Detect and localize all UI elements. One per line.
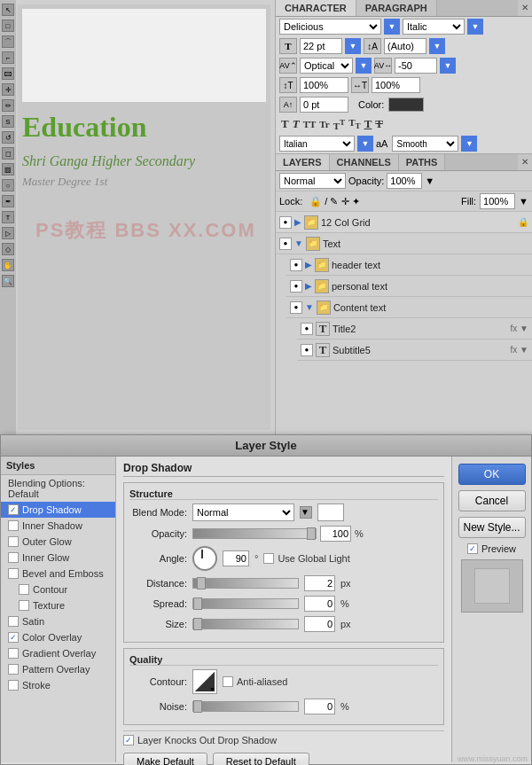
layer-item-subtitle5[interactable]: ● T Subtitle5 fx ▼ — [297, 340, 532, 361]
tool-hand[interactable]: ✋ — [2, 259, 14, 271]
layer-fx-subtitle5[interactable]: fx ▼ — [511, 345, 528, 355]
font-name-select[interactable]: Delicious — [279, 19, 381, 35]
outer-glow-item[interactable]: Outer Glow — [1, 534, 115, 550]
language-dropdown-icon[interactable]: ▼ — [357, 136, 373, 152]
tab-character[interactable]: CHARACTER — [276, 0, 356, 16]
opacity-input[interactable] — [387, 173, 422, 189]
pattern-overlay-checkbox[interactable] — [8, 664, 19, 675]
new-style-button[interactable]: New Style... — [458, 517, 526, 538]
smooth-select[interactable]: Smooth — [392, 136, 458, 152]
distance-slider[interactable] — [192, 578, 299, 589]
noise-input[interactable] — [304, 699, 335, 714]
smallcaps-icon[interactable]: Tr — [319, 119, 329, 129]
bold-icon[interactable]: T — [281, 117, 289, 131]
bevel-emboss-item[interactable]: Bevel and Emboss — [1, 566, 115, 582]
contour-checkbox[interactable] — [19, 584, 29, 595]
gradient-overlay-checkbox[interactable] — [8, 648, 19, 659]
pattern-overlay-item[interactable]: Pattern Overlay — [1, 661, 115, 677]
blend-color-box[interactable] — [317, 503, 344, 521]
tool-stamp[interactable]: S — [2, 115, 14, 128]
tool-move[interactable]: ↖ — [2, 4, 14, 16]
ok-button[interactable]: OK — [458, 464, 526, 485]
tool-history[interactable]: ↺ — [2, 131, 14, 144]
layer-knocks-checkbox[interactable] — [123, 735, 134, 745]
fill-dropdown[interactable]: ▼ — [519, 196, 528, 207]
allcaps-icon[interactable]: TT — [303, 119, 317, 129]
cancel-button[interactable]: Cancel — [458, 490, 526, 511]
reset-default-button[interactable]: Reset to Default — [213, 753, 309, 765]
layer-expand-content[interactable]: ▼ — [305, 302, 314, 312]
blend-mode-select[interactable]: Normal — [279, 173, 346, 189]
baseline-input[interactable] — [300, 97, 348, 113]
tool-heal[interactable]: ✛ — [2, 83, 14, 96]
layers-close-icon[interactable]: ✕ — [518, 154, 532, 170]
bevel-emboss-checkbox[interactable] — [8, 568, 19, 579]
tool-path[interactable]: ▷ — [2, 227, 14, 239]
tool-brush[interactable]: ✏ — [2, 99, 14, 112]
tab-layers[interactable]: LAYERS — [276, 154, 330, 170]
smooth-dropdown-icon[interactable]: ▼ — [461, 136, 477, 152]
fill-input[interactable] — [480, 193, 515, 209]
layer-item-text[interactable]: ● ▼ 📁 Text — [276, 233, 532, 254]
spread-input[interactable] — [304, 596, 335, 612]
layer-eye-grid[interactable]: ● — [279, 216, 292, 229]
layer-eye-content[interactable]: ● — [290, 301, 302, 314]
global-light-checkbox[interactable] — [263, 553, 274, 564]
scale-v-input[interactable] — [300, 77, 348, 93]
layer-item-title2[interactable]: ● T Title2 fx ▼ — [297, 318, 532, 340]
leading-input[interactable] — [384, 38, 426, 54]
italic-icon[interactable]: T — [293, 117, 300, 131]
inner-shadow-checkbox[interactable] — [8, 520, 19, 531]
layer-item-grid[interactable]: ● ▶ 📁 12 Col Grid 🔒 — [276, 212, 532, 233]
opacity-dropdown[interactable]: ▼ — [425, 176, 434, 186]
inner-glow-item[interactable]: Inner Glow — [1, 550, 115, 566]
underline-icon[interactable]: T — [364, 117, 372, 131]
color-overlay-checkbox[interactable] — [8, 632, 19, 643]
blend-mode-select-dialog[interactable]: Normal — [192, 503, 294, 521]
inner-glow-checkbox[interactable] — [8, 552, 19, 563]
layer-expand-grid[interactable]: ▶ — [294, 217, 301, 227]
spread-slider[interactable] — [192, 598, 299, 609]
font-size-dropdown-icon[interactable]: ▼ — [345, 38, 361, 54]
superscript-icon[interactable]: TT — [333, 118, 345, 131]
tool-shape[interactable]: ◇ — [2, 243, 14, 255]
layer-fx-title2[interactable]: fx ▼ — [511, 324, 528, 333]
blending-options-item[interactable]: Blending Options: Default — [1, 475, 115, 502]
layer-eye-text[interactable]: ● — [279, 238, 292, 250]
angle-input[interactable] — [223, 550, 249, 566]
layer-eye-title2[interactable]: ● — [301, 323, 313, 335]
tab-paragraph[interactable]: PARAGRAPH — [356, 0, 437, 16]
tool-dodge[interactable]: ○ — [2, 179, 14, 191]
kerning-select[interactable]: Optical — [300, 58, 353, 74]
tab-paths[interactable]: PATHS — [399, 154, 446, 170]
subscript-icon[interactable]: TT — [348, 117, 360, 130]
drop-shadow-checkbox[interactable] — [8, 504, 19, 515]
tracking-dropdown-icon[interactable]: ▼ — [440, 58, 456, 74]
layer-eye-header[interactable]: ● — [290, 259, 302, 271]
color-swatch[interactable] — [388, 98, 424, 112]
layer-eye-personal[interactable]: ● — [290, 280, 302, 293]
language-select[interactable]: Italian — [279, 136, 355, 152]
inner-shadow-item[interactable]: Inner Shadow — [1, 518, 115, 534]
stroke-checkbox[interactable] — [8, 680, 19, 691]
kerning-dropdown-icon[interactable]: ▼ — [356, 58, 372, 74]
texture-checkbox[interactable] — [19, 600, 29, 611]
outer-glow-checkbox[interactable] — [8, 536, 19, 547]
tool-lasso[interactable]: ⌒ — [2, 35, 14, 48]
tracking-input[interactable] — [395, 58, 437, 74]
tool-select[interactable]: □ — [2, 20, 14, 32]
leading-dropdown-icon[interactable]: ▼ — [429, 38, 445, 54]
preview-checkbox[interactable] — [467, 543, 478, 554]
layer-item-personal[interactable]: ● ▶ 📁 personal text — [286, 276, 532, 297]
font-name-dropdown-icon[interactable]: ▼ — [384, 19, 400, 35]
drop-shadow-item[interactable]: Drop Shadow — [1, 502, 115, 518]
opacity-num-input[interactable] — [320, 526, 351, 542]
tool-text[interactable]: T — [2, 211, 14, 223]
size-slider[interactable] — [192, 619, 299, 629]
color-overlay-item[interactable]: Color Overlay — [1, 629, 115, 645]
tool-gradient[interactable]: ▨ — [2, 163, 14, 176]
blend-dropdown-icon[interactable]: ▼ — [300, 506, 312, 519]
panel-close-icon[interactable]: ✕ — [518, 0, 532, 16]
tool-crop[interactable]: ⌐ — [2, 51, 14, 64]
strikethrough-icon[interactable]: T — [375, 117, 383, 131]
